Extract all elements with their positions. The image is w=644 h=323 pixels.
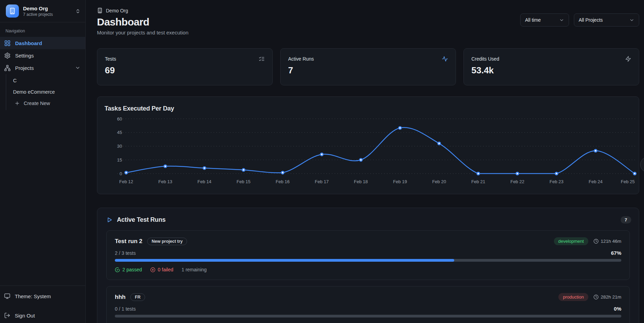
time-range-select[interactable]: All time [520, 13, 569, 27]
stat-card-tests: Tests 69 [97, 48, 273, 85]
org-switcher[interactable]: Demo Org 7 active projects [0, 0, 85, 22]
run-duration: 121h 46m [593, 239, 621, 244]
project-filter-select[interactable]: All Projects [574, 13, 639, 27]
sign-out-label: Sign Out [15, 313, 35, 319]
tests-count: 2 / 3 tests [115, 250, 136, 256]
theme-label: Theme: System [15, 293, 51, 299]
progress-bar [115, 315, 621, 317]
duration-value: 282h 21m [601, 294, 621, 300]
project-item-c[interactable]: C [6, 75, 85, 86]
svg-text:Feb 15: Feb 15 [237, 179, 250, 184]
sidebar-item-projects[interactable]: Projects [0, 62, 85, 74]
logout-icon [4, 312, 10, 319]
progress-bar-fill [115, 259, 454, 262]
stat-card-active-runs: Active Runs 7 [280, 48, 456, 85]
theme-toggle[interactable]: Theme: System [0, 290, 85, 302]
svg-text:Feb 14: Feb 14 [197, 179, 211, 184]
layout-grid-icon [4, 40, 11, 46]
create-new-project-button[interactable]: Create New [6, 97, 85, 109]
svg-text:Feb 13: Feb 13 [159, 179, 172, 184]
active-test-runs-header: Active Test Runs 7 [97, 208, 639, 230]
section-title: Active Test Runs [117, 216, 166, 223]
env-badge: development [554, 237, 588, 245]
sidebar-item-dashboard[interactable]: Dashboard [0, 37, 85, 49]
clock-icon [593, 294, 599, 300]
run-project-badge: New project try [147, 238, 187, 245]
stat-value: 7 [288, 65, 448, 76]
org-subtitle: 7 active projects [23, 12, 71, 17]
sidebar-item-settings[interactable]: Settings [0, 49, 85, 62]
stats-row: Tests 69 Active Runs 7 Credits Used 53.4… [97, 48, 639, 85]
filters: All time All Projects [520, 13, 639, 27]
activity-icon [442, 56, 448, 62]
svg-text:Feb 18: Feb 18 [354, 179, 368, 184]
run-title: Test run 2 [115, 238, 142, 245]
gear-icon [4, 52, 11, 59]
page-subtitle: Monitor your projects and test execution [97, 30, 188, 35]
svg-text:Feb 20: Feb 20 [432, 179, 446, 184]
zap-icon [625, 56, 631, 62]
plus-icon [14, 101, 20, 106]
nav-section-label: Navigation [0, 26, 85, 37]
create-new-label: Create New [24, 101, 50, 106]
test-run-card[interactable]: Test run 2 New project try development 1… [106, 230, 630, 280]
projects-subtree: C Demo eCommerce Create New [6, 74, 85, 110]
sign-out-button[interactable]: Sign Out [0, 309, 85, 322]
check-circle-icon [115, 267, 120, 272]
failed-label: 0 failed [158, 267, 173, 272]
chevrons-up-down-icon [75, 9, 80, 14]
org-logo [6, 4, 19, 18]
test-run-card[interactable]: hhh FR production 282h 21m 0 / 1 tests [106, 286, 630, 323]
run-project-badge: FR [130, 293, 145, 301]
project-item-label: C [13, 78, 17, 83]
clock-icon [593, 239, 599, 244]
breadcrumb: Demo Org [97, 8, 188, 13]
stat-value: 53.4k [471, 65, 631, 76]
org-name: Demo Org [23, 6, 71, 11]
passed-count: 2 passed [115, 267, 142, 272]
play-icon [107, 217, 112, 223]
chart-card: Tasks Executed Per Day 015304560Feb 12Fe… [97, 96, 639, 194]
svg-text:30: 30 [117, 144, 122, 149]
tests-count: 0 / 1 tests [115, 306, 136, 312]
sidebar-nav: Navigation Dashboard Settings Projects [0, 22, 85, 110]
remaining-label: 1 remaining [182, 267, 207, 272]
runs-count-badge: 7 [621, 216, 631, 223]
remaining-count: 1 remaining [182, 267, 207, 272]
progress-bar [115, 259, 621, 262]
svg-text:Feb 25: Feb 25 [621, 179, 635, 184]
chevron-down-icon [629, 18, 634, 23]
time-range-value: All time [525, 17, 541, 23]
progress-percent: 0% [614, 306, 621, 312]
sidebar-item-label: Dashboard [15, 40, 42, 46]
run-title: hhh [115, 294, 125, 301]
svg-text:60: 60 [117, 116, 122, 122]
stat-label: Credits Used [471, 56, 631, 62]
env-badge: production [558, 293, 588, 301]
progress-percent: 67% [611, 250, 621, 256]
sidebar: Demo Org 7 active projects Navigation Da… [0, 0, 86, 323]
svg-text:Feb 23: Feb 23 [549, 179, 563, 184]
svg-text:45: 45 [117, 130, 122, 135]
project-item-demo-ecommerce[interactable]: Demo eCommerce [6, 86, 85, 97]
svg-text:Feb 19: Feb 19 [393, 179, 407, 184]
failed-count: 0 failed [150, 267, 173, 272]
passed-label: 2 passed [122, 267, 142, 272]
stat-value: 69 [105, 65, 265, 76]
building-icon [97, 8, 103, 13]
project-item-label: Demo eCommerce [13, 89, 55, 95]
svg-text:Feb 22: Feb 22 [510, 179, 524, 184]
sidebar-footer: Theme: System Sign Out [0, 285, 85, 323]
svg-text:0: 0 [120, 171, 122, 176]
breadcrumb-org: Demo Org [106, 8, 128, 13]
duration-value: 121h 46m [601, 239, 621, 244]
x-circle-icon [150, 267, 155, 272]
svg-text:Feb 17: Feb 17 [315, 179, 329, 184]
building-icon [9, 8, 16, 14]
svg-text:Feb 24: Feb 24 [589, 179, 602, 184]
stat-label: Tests [105, 56, 265, 62]
svg-text:Feb 16: Feb 16 [276, 179, 290, 184]
project-filter-value: All Projects [579, 17, 603, 23]
active-test-runs-panel: Active Test Runs 7 Test run 2 New projec… [97, 208, 639, 323]
stat-label: Active Runs [288, 56, 448, 62]
